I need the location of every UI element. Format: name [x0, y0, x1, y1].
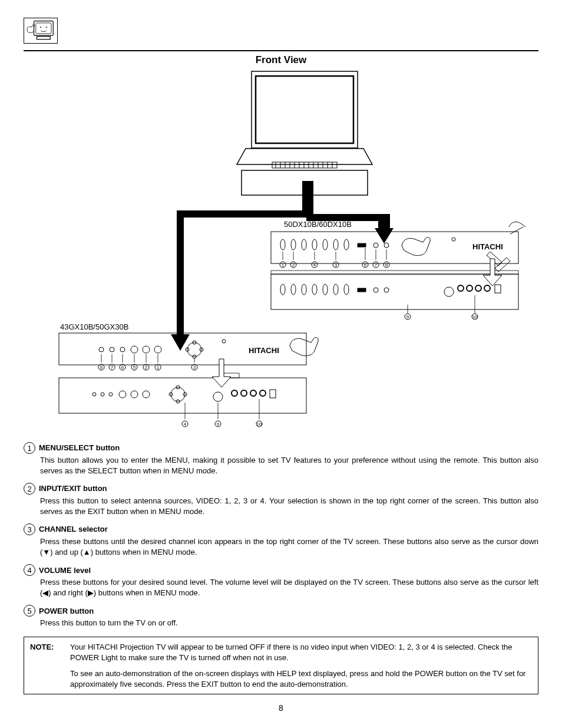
svg-point-130 [241, 390, 247, 396]
svg-point-92 [222, 340, 226, 343]
svg-point-59 [291, 284, 296, 295]
svg-rect-31 [358, 243, 366, 247]
svg-text:4: 4 [313, 262, 316, 268]
item-title: CHANNEL selector [39, 524, 108, 535]
svg-rect-57 [271, 271, 518, 274]
header-logo [24, 18, 58, 44]
svg-point-122 [143, 391, 150, 398]
svg-rect-6 [256, 76, 353, 143]
svg-point-87 [187, 342, 201, 357]
svg-text:4: 4 [184, 421, 187, 427]
svg-text:7: 7 [111, 365, 114, 370]
svg-text:HITACHI: HITACHI [249, 346, 279, 355]
item-title: VOLUME level [39, 565, 91, 576]
item-3: 3 CHANNEL selector Press these buttons u… [24, 523, 538, 557]
svg-point-86 [154, 346, 161, 353]
svg-point-64 [344, 284, 349, 295]
svg-point-58 [280, 284, 285, 295]
svg-point-62 [323, 284, 328, 295]
svg-point-25 [291, 239, 296, 250]
svg-point-129 [232, 390, 237, 396]
svg-point-24 [280, 239, 285, 250]
svg-rect-133 [270, 390, 276, 398]
item-number: 3 [24, 523, 35, 535]
svg-rect-65 [358, 288, 366, 292]
svg-point-117 [92, 393, 96, 396]
svg-text:6: 6 [121, 365, 124, 370]
svg-point-82 [110, 347, 114, 352]
svg-point-132 [260, 390, 266, 396]
svg-point-30 [344, 239, 349, 250]
front-view-diagram: 50DX10B/60DX10B HITACHI 1 2 4 3 6 7 8 [24, 69, 538, 437]
svg-point-60 [302, 284, 306, 295]
svg-point-84 [131, 346, 138, 353]
svg-point-27 [312, 239, 317, 250]
svg-point-118 [101, 393, 104, 396]
svg-point-69 [458, 285, 464, 291]
item-body: Press this button to turn the TV on or o… [40, 618, 538, 628]
svg-text:3: 3 [335, 262, 338, 268]
svg-text:6: 6 [364, 262, 367, 268]
svg-point-119 [109, 393, 113, 396]
item-list: 1 MENU/SELECT button This button allows … [24, 442, 538, 628]
svg-point-29 [333, 239, 338, 250]
svg-point-121 [131, 391, 138, 398]
svg-text:9: 9 [406, 314, 409, 319]
item-number: 1 [24, 442, 35, 454]
svg-point-123 [171, 387, 185, 401]
svg-point-2 [40, 27, 41, 28]
item-title: POWER button [39, 606, 94, 617]
svg-point-28 [323, 239, 328, 250]
svg-point-26 [302, 239, 306, 250]
svg-point-61 [312, 284, 317, 295]
svg-point-85 [143, 346, 150, 353]
svg-text:2: 2 [145, 365, 148, 370]
note-paragraph-1: Your HITACHI Projection TV will appear t… [70, 642, 532, 663]
svg-rect-5 [252, 71, 358, 148]
svg-point-66 [373, 288, 378, 292]
model1-label: 50DX10B/60DX10B [284, 220, 352, 229]
svg-text:8: 8 [385, 262, 388, 268]
svg-point-120 [119, 391, 126, 398]
svg-rect-4 [37, 37, 50, 39]
svg-text:5: 5 [133, 365, 136, 370]
item-number: 2 [24, 483, 35, 495]
svg-point-63 [333, 284, 338, 295]
svg-text:1: 1 [282, 262, 285, 268]
svg-point-72 [484, 285, 490, 291]
svg-point-3 [46, 27, 47, 28]
item-number: 5 [24, 605, 35, 617]
svg-rect-73 [495, 285, 501, 293]
page-number: 8 [24, 703, 538, 714]
brand-a: HITACHI [472, 242, 503, 251]
svg-text:3: 3 [193, 365, 196, 370]
svg-text:2: 2 [292, 262, 295, 268]
item-4: 4 VOLUME level Press these buttons for y… [24, 564, 538, 598]
svg-point-128 [213, 392, 223, 401]
item-2: 2 INPUT/EXIT button Press this button to… [24, 483, 538, 516]
item-1: 1 MENU/SELECT button This button allows … [24, 442, 538, 476]
item-body: Press this button to select antenna sour… [40, 496, 538, 516]
item-body: Press these buttons until the desired ch… [40, 536, 538, 557]
svg-point-67 [384, 288, 389, 292]
header-rule [24, 50, 538, 51]
svg-point-34 [452, 238, 455, 241]
note-paragraph-2: To see an auto-demonstration of the on-s… [70, 668, 532, 689]
svg-point-81 [99, 347, 104, 352]
svg-point-131 [250, 390, 256, 396]
svg-point-83 [120, 347, 125, 352]
svg-rect-115 [59, 378, 306, 413]
svg-text:10: 10 [257, 421, 262, 427]
page-title: Front View [24, 54, 538, 67]
svg-point-68 [444, 287, 454, 297]
note-box: NOTE: Your HITACHI Projection TV will ap… [24, 637, 538, 694]
svg-point-32 [373, 243, 378, 248]
item-body: Press these buttons for your desired sou… [40, 577, 538, 598]
note-label: NOTE: [30, 642, 67, 663]
svg-point-70 [467, 285, 472, 291]
item-5: 5 POWER button Press this button to turn… [24, 605, 538, 628]
svg-text:8: 8 [100, 365, 103, 370]
svg-point-33 [384, 243, 389, 248]
svg-text:1: 1 [157, 365, 160, 370]
svg-point-71 [475, 285, 481, 291]
